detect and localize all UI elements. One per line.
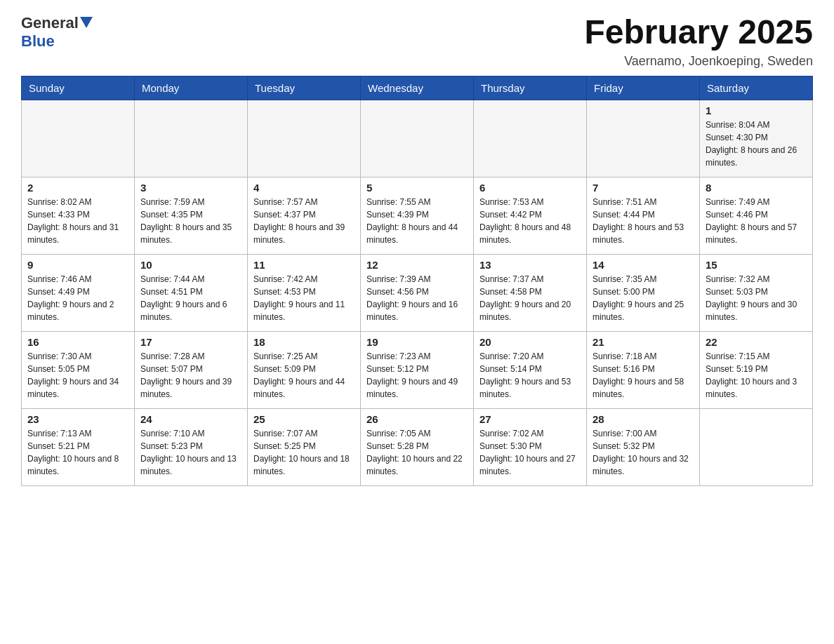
day-number: 14: [593, 259, 694, 271]
table-row: [22, 100, 135, 177]
day-number: 9: [27, 259, 128, 271]
day-info: Sunrise: 8:04 AM Sunset: 4:30 PM Dayligh…: [706, 119, 807, 169]
day-number: 2: [27, 182, 128, 194]
day-number: 11: [253, 259, 355, 271]
logo-blue-text: Blue: [21, 32, 55, 50]
day-info: Sunrise: 7:30 AM Sunset: 5:05 PM Dayligh…: [27, 350, 128, 401]
col-sunday: Sunday: [22, 76, 135, 100]
table-row: 11Sunrise: 7:42 AM Sunset: 4:53 PM Dayli…: [248, 254, 361, 331]
calendar-week-row: 2Sunrise: 8:02 AM Sunset: 4:33 PM Daylig…: [22, 177, 813, 254]
table-row: 14Sunrise: 7:35 AM Sunset: 5:00 PM Dayli…: [587, 254, 700, 331]
logo-general-text: General: [21, 14, 79, 32]
day-number: 24: [140, 413, 241, 425]
day-number: 28: [593, 413, 694, 425]
location-subtitle: Vaernamo, Joenkoeping, Sweden: [584, 54, 813, 69]
day-info: Sunrise: 7:57 AM Sunset: 4:37 PM Dayligh…: [253, 196, 355, 246]
day-info: Sunrise: 7:07 AM Sunset: 5:25 PM Dayligh…: [253, 427, 355, 478]
day-info: Sunrise: 7:32 AM Sunset: 5:03 PM Dayligh…: [706, 273, 807, 323]
col-monday: Monday: [135, 76, 248, 100]
calendar-week-row: 1Sunrise: 8:04 AM Sunset: 4:30 PM Daylig…: [22, 100, 813, 177]
day-info: Sunrise: 7:02 AM Sunset: 5:30 PM Dayligh…: [479, 427, 581, 478]
col-thursday: Thursday: [474, 76, 587, 100]
table-row: 16Sunrise: 7:30 AM Sunset: 5:05 PM Dayli…: [22, 331, 135, 408]
day-info: Sunrise: 7:51 AM Sunset: 4:44 PM Dayligh…: [593, 196, 694, 246]
day-number: 15: [706, 259, 807, 271]
table-row: 23Sunrise: 7:13 AM Sunset: 5:21 PM Dayli…: [22, 408, 135, 485]
table-row: [587, 100, 700, 177]
table-row: 13Sunrise: 7:37 AM Sunset: 4:58 PM Dayli…: [474, 254, 587, 331]
table-row: 17Sunrise: 7:28 AM Sunset: 5:07 PM Dayli…: [135, 331, 248, 408]
table-row: 26Sunrise: 7:05 AM Sunset: 5:28 PM Dayli…: [361, 408, 474, 485]
day-number: 22: [706, 336, 807, 348]
table-row: 25Sunrise: 7:07 AM Sunset: 5:25 PM Dayli…: [248, 408, 361, 485]
table-row: 6Sunrise: 7:53 AM Sunset: 4:42 PM Daylig…: [474, 177, 587, 254]
table-row: [135, 100, 248, 177]
table-row: 5Sunrise: 7:55 AM Sunset: 4:39 PM Daylig…: [361, 177, 474, 254]
day-info: Sunrise: 7:25 AM Sunset: 5:09 PM Dayligh…: [253, 350, 355, 401]
day-info: Sunrise: 7:13 AM Sunset: 5:21 PM Dayligh…: [27, 427, 128, 478]
table-row: 28Sunrise: 7:00 AM Sunset: 5:32 PM Dayli…: [587, 408, 700, 485]
col-tuesday: Tuesday: [248, 76, 361, 100]
day-info: Sunrise: 7:35 AM Sunset: 5:00 PM Dayligh…: [593, 273, 694, 323]
table-row: 19Sunrise: 7:23 AM Sunset: 5:12 PM Dayli…: [361, 331, 474, 408]
day-info: Sunrise: 8:02 AM Sunset: 4:33 PM Dayligh…: [27, 196, 128, 246]
day-number: 20: [479, 336, 581, 348]
day-info: Sunrise: 7:49 AM Sunset: 4:46 PM Dayligh…: [706, 196, 807, 246]
day-info: Sunrise: 7:05 AM Sunset: 5:28 PM Dayligh…: [366, 427, 468, 478]
day-info: Sunrise: 7:15 AM Sunset: 5:19 PM Dayligh…: [706, 350, 807, 401]
day-number: 26: [366, 413, 468, 425]
day-number: 17: [140, 336, 241, 348]
day-info: Sunrise: 7:20 AM Sunset: 5:14 PM Dayligh…: [479, 350, 581, 401]
logo: General Blue: [21, 14, 93, 51]
table-row: 3Sunrise: 7:59 AM Sunset: 4:35 PM Daylig…: [135, 177, 248, 254]
table-row: [248, 100, 361, 177]
table-row: 1Sunrise: 8:04 AM Sunset: 4:30 PM Daylig…: [700, 100, 813, 177]
table-row: 18Sunrise: 7:25 AM Sunset: 5:09 PM Dayli…: [248, 331, 361, 408]
calendar-table: Sunday Monday Tuesday Wednesday Thursday…: [21, 76, 813, 486]
table-row: [474, 100, 587, 177]
day-info: Sunrise: 7:46 AM Sunset: 4:49 PM Dayligh…: [27, 273, 128, 323]
table-row: 12Sunrise: 7:39 AM Sunset: 4:56 PM Dayli…: [361, 254, 474, 331]
day-info: Sunrise: 7:28 AM Sunset: 5:07 PM Dayligh…: [140, 350, 241, 401]
calendar-week-row: 16Sunrise: 7:30 AM Sunset: 5:05 PM Dayli…: [22, 331, 813, 408]
day-number: 4: [253, 182, 355, 194]
day-number: 25: [253, 413, 355, 425]
day-info: Sunrise: 7:23 AM Sunset: 5:12 PM Dayligh…: [366, 350, 468, 401]
day-number: 7: [593, 182, 694, 194]
day-number: 18: [253, 336, 355, 348]
day-number: 27: [479, 413, 581, 425]
col-friday: Friday: [587, 76, 700, 100]
table-row: 27Sunrise: 7:02 AM Sunset: 5:30 PM Dayli…: [474, 408, 587, 485]
day-info: Sunrise: 7:18 AM Sunset: 5:16 PM Dayligh…: [593, 350, 694, 401]
table-row: 21Sunrise: 7:18 AM Sunset: 5:16 PM Dayli…: [587, 331, 700, 408]
day-number: 1: [706, 105, 807, 116]
month-year-title: February 2025: [584, 14, 813, 51]
table-row: 7Sunrise: 7:51 AM Sunset: 4:44 PM Daylig…: [587, 177, 700, 254]
day-number: 16: [27, 336, 128, 348]
logo-triangle-icon: [80, 17, 93, 28]
day-number: 6: [479, 182, 581, 194]
calendar-header-row: Sunday Monday Tuesday Wednesday Thursday…: [22, 76, 813, 100]
table-row: 22Sunrise: 7:15 AM Sunset: 5:19 PM Dayli…: [700, 331, 813, 408]
calendar-week-row: 23Sunrise: 7:13 AM Sunset: 5:21 PM Dayli…: [22, 408, 813, 485]
table-row: [700, 408, 813, 485]
day-number: 8: [706, 182, 807, 194]
table-row: 2Sunrise: 8:02 AM Sunset: 4:33 PM Daylig…: [22, 177, 135, 254]
table-row: 9Sunrise: 7:46 AM Sunset: 4:49 PM Daylig…: [22, 254, 135, 331]
day-number: 19: [366, 336, 468, 348]
page-header: General Blue February 2025 Vaernamo, Joe…: [21, 14, 813, 69]
day-number: 13: [479, 259, 581, 271]
table-row: 20Sunrise: 7:20 AM Sunset: 5:14 PM Dayli…: [474, 331, 587, 408]
table-row: 10Sunrise: 7:44 AM Sunset: 4:51 PM Dayli…: [135, 254, 248, 331]
col-saturday: Saturday: [700, 76, 813, 100]
day-info: Sunrise: 7:39 AM Sunset: 4:56 PM Dayligh…: [366, 273, 468, 323]
day-info: Sunrise: 7:42 AM Sunset: 4:53 PM Dayligh…: [253, 273, 355, 323]
day-info: Sunrise: 7:55 AM Sunset: 4:39 PM Dayligh…: [366, 196, 468, 246]
day-number: 5: [366, 182, 468, 194]
day-info: Sunrise: 7:53 AM Sunset: 4:42 PM Dayligh…: [479, 196, 581, 246]
table-row: 24Sunrise: 7:10 AM Sunset: 5:23 PM Dayli…: [135, 408, 248, 485]
day-info: Sunrise: 7:44 AM Sunset: 4:51 PM Dayligh…: [140, 273, 241, 323]
table-row: 15Sunrise: 7:32 AM Sunset: 5:03 PM Dayli…: [700, 254, 813, 331]
col-wednesday: Wednesday: [361, 76, 474, 100]
table-row: [361, 100, 474, 177]
